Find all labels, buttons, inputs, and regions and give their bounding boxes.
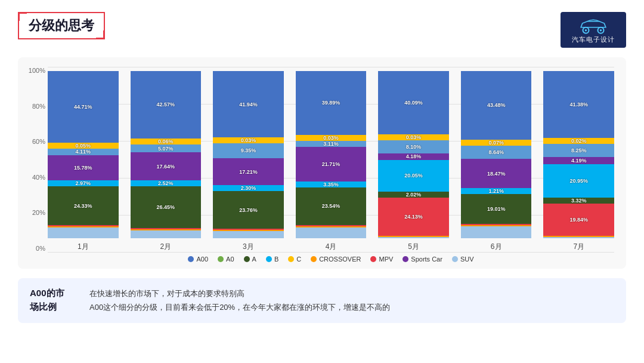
legend-dot-A0 <box>218 256 224 262</box>
legend-label-A: A <box>252 256 256 263</box>
seg-label: 18.47% <box>487 171 506 177</box>
seg-0-3: 15.78% <box>48 155 119 180</box>
seg-2-5: 23.76% <box>213 191 284 229</box>
seg-label: 42.57% <box>157 101 175 107</box>
seg-5-1: 0.07% <box>461 140 532 146</box>
bottom-content: 在快速增长的市场下，对于成本的要求特别高 A00这个细分的分级，目前看来会低于2… <box>89 287 390 315</box>
y-label-40: 40% <box>21 174 45 181</box>
legend-dot-A <box>244 256 250 262</box>
seg-6-8 <box>543 237 614 238</box>
seg-3-4: 3.35% <box>296 182 367 187</box>
bottom-line1: 在快速增长的市场下，对于成本的要求特别高 <box>89 287 390 300</box>
seg-6-2: 8.25% <box>543 144 614 157</box>
seg-label: 41.38% <box>569 101 588 107</box>
seg-label: 3.32% <box>571 198 587 204</box>
seg-1-1: 0.06% <box>131 139 202 144</box>
title-box: 分级的思考 <box>18 12 105 39</box>
seg-6-0: 41.38% <box>543 71 614 138</box>
seg-1-0: 42.57% <box>131 71 202 139</box>
bar-group-4月: 39.89%0.03%3.11%21.71%3.35%23.54%4月 <box>296 71 367 252</box>
seg-label: 8.10% <box>406 144 422 150</box>
page-title: 分级的思考 <box>29 18 94 33</box>
seg-label: 15.78% <box>74 165 92 171</box>
x-label-4月: 4月 <box>326 242 337 252</box>
bar-5月: 40.09%0.03%8.10%4.18%20.05%2.02%24.13% <box>378 71 449 238</box>
seg-5-8 <box>461 226 532 238</box>
seg-label: 0.03% <box>406 134 422 140</box>
bars-wrapper: 44.71%0.05%4.11%15.78%2.97%24.33%1月42.57… <box>48 67 614 252</box>
seg-label: 5.07% <box>158 146 174 152</box>
seg-0-5: 24.33% <box>48 186 119 225</box>
seg-3-8 <box>296 227 367 238</box>
seg-label: 24.33% <box>74 203 92 209</box>
y-label-100: 100% <box>21 67 45 74</box>
seg-5-5: 19.01% <box>461 194 532 224</box>
legend-label-A00: A00 <box>196 256 208 263</box>
seg-label: 4.19% <box>571 158 587 164</box>
seg-1-8 <box>131 230 202 238</box>
seg-3-2: 3.11% <box>296 141 367 147</box>
seg-label: 21.71% <box>322 161 340 167</box>
seg-4-4: 20.05% <box>378 160 449 192</box>
bar-3月: 41.94%0.03%9.35%17.21%2.30%23.76% <box>213 71 284 238</box>
seg-4-6: 24.13% <box>378 198 449 236</box>
seg-6-5: 3.32% <box>543 198 614 204</box>
seg-label: 4.18% <box>406 153 422 159</box>
seg-label: 0.03% <box>323 135 339 141</box>
seg-label: 8.64% <box>488 149 504 155</box>
seg-5-0: 43.48% <box>461 71 532 140</box>
seg-3-3: 21.71% <box>296 147 367 182</box>
x-label-2月: 2月 <box>160 242 172 252</box>
legend-label-Sports Car: Sports Car <box>411 256 442 263</box>
seg-4-0: 40.09% <box>378 71 449 134</box>
x-label-6月: 6月 <box>491 242 502 252</box>
seg-label: 17.21% <box>239 169 258 175</box>
legend-dot-A00 <box>188 256 194 262</box>
seg-label: 19.01% <box>487 206 506 212</box>
seg-3-1: 0.03% <box>296 135 367 141</box>
seg-label: 2.02% <box>406 192 422 198</box>
legend-item-CROSSOVER: CROSSOVER <box>311 256 361 263</box>
seg-2-8 <box>213 231 284 238</box>
seg-6-1: 0.02% <box>543 138 614 144</box>
legend-item-MPV: MPV <box>370 256 393 263</box>
legend-item-B: B <box>266 256 278 263</box>
legend-item-C: C <box>288 256 301 263</box>
seg-label: 9.35% <box>241 147 256 153</box>
logo: 汽车电子设计 <box>561 12 626 48</box>
seg-3-0: 39.89% <box>296 71 367 135</box>
seg-label: 3.35% <box>323 182 339 187</box>
seg-0-2: 4.11% <box>48 149 119 155</box>
legend-dot-B <box>266 256 272 262</box>
seg-label: 17.64% <box>157 164 175 170</box>
bar-7月: 41.38%0.02%8.25%4.19%20.95%3.32%19.84% <box>543 71 614 238</box>
seg-label: 41.94% <box>239 101 258 107</box>
legend-label-C: C <box>296 256 301 263</box>
x-label-1月: 1月 <box>78 242 89 252</box>
seg-4-8 <box>378 237 449 238</box>
seg-6-6: 19.84% <box>543 204 614 236</box>
seg-label: 1.21% <box>488 188 504 194</box>
seg-2-0: 41.94% <box>213 71 284 137</box>
bar-2月: 42.57%0.06%5.07%17.64%2.52%26.45% <box>131 71 202 238</box>
bottom-line2: A00这个细分的分级，目前看来会低于20%，在今年大家都在涨的环境下，增速是不高… <box>89 300 390 314</box>
legend-label-SUV: SUV <box>460 256 474 263</box>
chart-legend: A00A0ABCCROSSOVERMPVSports CarSUV <box>48 256 614 263</box>
seg-1-5: 26.45% <box>131 186 202 228</box>
legend-dot-Sports Car <box>402 256 408 262</box>
header: 分级的思考 汽车电子设计 <box>18 12 626 48</box>
seg-2-3: 17.21% <box>213 158 284 186</box>
y-label-60: 60% <box>21 138 45 145</box>
seg-5-4: 1.21% <box>461 188 532 194</box>
seg-label: 40.09% <box>404 100 423 106</box>
legend-item-SUV: SUV <box>452 256 474 263</box>
legend-dot-CROSSOVER <box>311 256 317 262</box>
seg-0-8 <box>48 227 119 238</box>
bar-group-1月: 44.71%0.05%4.11%15.78%2.97%24.33%1月 <box>48 71 119 252</box>
bar-group-3月: 41.94%0.03%9.35%17.21%2.30%23.76%3月 <box>213 71 284 252</box>
seg-label: 0.03% <box>241 137 256 143</box>
seg-6-3: 4.19% <box>543 157 614 164</box>
chart-container: 100% 80% 60% 40% 20% 0% 44.71%0.05%4.11%… <box>18 57 626 269</box>
legend-item-A0: A0 <box>218 256 234 263</box>
seg-5-3: 18.47% <box>461 159 532 188</box>
